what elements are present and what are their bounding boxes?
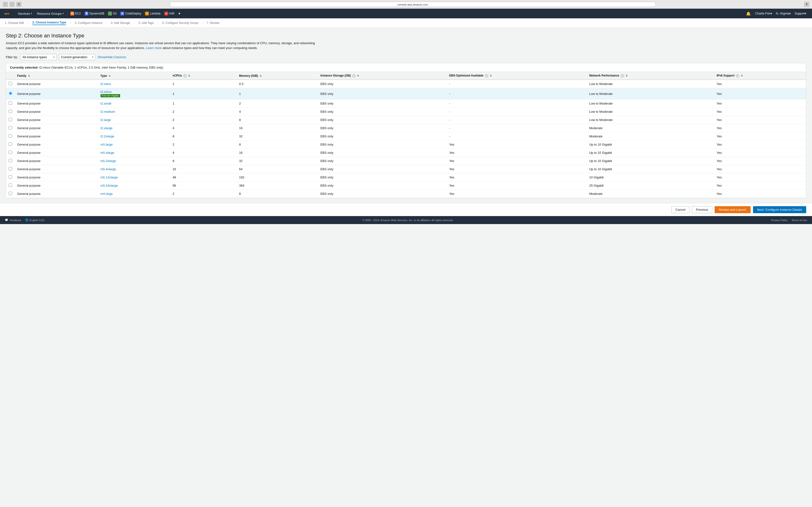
- sort-ebs-icon[interactable]: ⇅: [490, 74, 492, 77]
- table-row[interactable]: General purpose t2.nano 1 0.5 EBS only -…: [6, 80, 806, 88]
- table-row[interactable]: General purpose t2.large 2 8 EBS only - …: [6, 116, 806, 124]
- row-select-input[interactable]: [9, 192, 12, 195]
- nav-service-iam[interactable]: 🔒 IAM: [162, 9, 176, 18]
- sort-vcpus-icon[interactable]: ⇅: [188, 74, 190, 77]
- row-select-input[interactable]: [9, 183, 12, 187]
- learn-more-link[interactable]: Learn more: [146, 46, 162, 50]
- sort-type-icon[interactable]: ⇅: [109, 75, 111, 77]
- type-link[interactable]: m5.24xlarge: [101, 184, 118, 187]
- nav-service-dynamodb[interactable]: 🗄 DynamoDB: [83, 9, 106, 18]
- info-network-icon[interactable]: i: [621, 74, 624, 77]
- row-memory: 1: [237, 88, 318, 100]
- row-select-input[interactable]: [9, 118, 12, 121]
- type-link[interactable]: t2.nano: [101, 82, 111, 86]
- notification-bell[interactable]: 🔔: [744, 11, 753, 16]
- table-row[interactable]: General purpose m5.12xlarge 48 192 EBS o…: [6, 173, 806, 181]
- row-type: m5.24xlarge: [98, 181, 170, 190]
- row-select-input[interactable]: [9, 110, 12, 113]
- type-link[interactable]: t2.small: [101, 102, 111, 105]
- nav-service-lambda[interactable]: λ Lambda: [143, 9, 162, 18]
- step-1[interactable]: 1. Choose AMI: [5, 21, 24, 24]
- filter-type-select[interactable]: All instance types Current generation Pr…: [20, 54, 57, 60]
- forward-button[interactable]: ›: [10, 2, 14, 7]
- type-link[interactable]: t2.xlarge: [101, 126, 113, 130]
- sort-family-icon[interactable]: ⇅: [28, 75, 30, 77]
- table-row[interactable]: General purpose t2.2xlarge 8 32 EBS only…: [6, 132, 806, 140]
- step-2[interactable]: 2. Choose Instance Type: [33, 21, 66, 25]
- terms-of-use-link[interactable]: Terms of Use: [792, 219, 807, 222]
- next-configure-button[interactable]: Next: Configure Instance Details: [753, 206, 806, 213]
- resource-groups-menu[interactable]: Resource Groups ▾: [35, 9, 66, 18]
- table-row[interactable]: General purpose t2.xlarge 4 16 EBS only …: [6, 124, 806, 132]
- row-select-input[interactable]: [9, 175, 12, 179]
- step-3[interactable]: 3. Configure Instance: [75, 21, 102, 24]
- instance-type-table-body: General purpose t2.nano 1 0.5 EBS only -…: [6, 80, 806, 198]
- nav-service-s3[interactable]: 🪣 S3: [106, 9, 118, 18]
- table-row[interactable]: General purpose m5.2xlarge 8 32 EBS only…: [6, 157, 806, 165]
- type-link[interactable]: m5.2xlarge: [101, 159, 116, 163]
- row-select-input[interactable]: [9, 143, 12, 146]
- table-row[interactable]: General purpose m5.xlarge 4 16 EBS only …: [6, 149, 806, 157]
- url-bar[interactable]: console.aws.amazon.com: [170, 2, 656, 7]
- previous-button[interactable]: Previous: [692, 206, 712, 213]
- info-vcpus-icon[interactable]: i: [184, 74, 187, 77]
- type-link[interactable]: t2.micro: [101, 90, 112, 94]
- nav-service-bookmark[interactable]: ★: [176, 9, 183, 18]
- type-link[interactable]: t2.medium: [101, 110, 115, 113]
- nav-service-ec2[interactable]: ⬡ EC2: [68, 9, 83, 18]
- row-select-input[interactable]: [9, 134, 12, 137]
- table-row[interactable]: General purpose t2.micro Free tier eligi…: [6, 88, 806, 100]
- filter-generation-select[interactable]: Current generation Previous generation: [59, 54, 95, 60]
- row-select-input[interactable]: [9, 126, 12, 129]
- cancel-button[interactable]: Cancel: [671, 206, 689, 213]
- share-button[interactable]: ⬆: [804, 2, 809, 7]
- info-ipv6-icon[interactable]: i: [736, 74, 739, 77]
- table-row[interactable]: General purpose m4.large 2 8 EBS only Ye…: [6, 190, 806, 198]
- feedback-link[interactable]: 💬 Feedback: [5, 219, 21, 222]
- aws-logo[interactable]: aws: [4, 11, 13, 16]
- type-link[interactable]: m5.4xlarge: [101, 167, 116, 171]
- row-select-input[interactable]: [9, 92, 12, 95]
- row-memory: 384: [237, 181, 318, 190]
- table-row[interactable]: General purpose t2.medium 2 4 EBS only -…: [6, 108, 806, 116]
- region-menu[interactable]: N. Virginia ▾: [774, 9, 793, 18]
- type-link[interactable]: m5.large: [101, 143, 113, 146]
- row-select-input[interactable]: [9, 151, 12, 154]
- table-row[interactable]: General purpose m5.24xlarge 96 384 EBS o…: [6, 181, 806, 190]
- review-launch-button[interactable]: Review and Launch: [715, 206, 750, 213]
- row-select-input[interactable]: [9, 167, 12, 170]
- table-row[interactable]: General purpose m5.4xlarge 16 64 EBS onl…: [6, 165, 806, 173]
- step-7[interactable]: 7. Review: [207, 21, 219, 24]
- step-6[interactable]: 6. Configure Security Group: [162, 21, 198, 24]
- row-type: t2.micro Free tier eligible: [98, 88, 170, 100]
- row-select-input[interactable]: [9, 101, 12, 105]
- row-select-input[interactable]: [9, 159, 12, 162]
- step-5[interactable]: 5. Add Tags: [139, 21, 154, 24]
- type-link[interactable]: m5.12xlarge: [101, 175, 118, 179]
- step-sep-4: ›: [134, 22, 135, 24]
- type-link[interactable]: t2.2xlarge: [101, 134, 114, 138]
- row-select-input[interactable]: [9, 82, 12, 85]
- step-4[interactable]: 4. Add Storage: [111, 21, 130, 24]
- row-network-performance: Moderate: [587, 124, 714, 132]
- info-ebs-icon[interactable]: i: [485, 74, 488, 77]
- info-storage-icon[interactable]: i: [352, 74, 355, 77]
- sort-storage-icon[interactable]: ⇅: [357, 74, 359, 77]
- type-link[interactable]: m5.xlarge: [101, 151, 114, 155]
- user-menu[interactable]: Charlie Fish ▾: [753, 9, 774, 18]
- table-row[interactable]: General purpose t2.small 1 2 EBS only - …: [6, 100, 806, 108]
- refresh-button[interactable]: ↻: [16, 2, 21, 7]
- sort-ipv6-icon[interactable]: ⇅: [741, 74, 743, 77]
- support-menu[interactable]: Support ▾: [793, 9, 808, 18]
- back-button[interactable]: ‹: [3, 2, 8, 7]
- table-row[interactable]: General purpose m5.large 2 8 EBS only Ye…: [6, 140, 806, 149]
- sort-network-icon[interactable]: ⇅: [626, 74, 627, 77]
- nav-service-codedeploy[interactable]: ⚙ CodeDeploy: [118, 9, 143, 18]
- language-selector[interactable]: 🌐 English (US): [25, 219, 45, 222]
- type-link[interactable]: t2.large: [101, 118, 111, 122]
- sort-memory-icon[interactable]: ⇅: [260, 75, 262, 77]
- privacy-policy-link[interactable]: Privacy Policy: [771, 219, 788, 222]
- type-link[interactable]: m4.large: [101, 192, 113, 195]
- show-hide-columns-link[interactable]: Show/Hide Columns: [98, 55, 126, 59]
- services-menu[interactable]: Services ▾: [15, 9, 35, 18]
